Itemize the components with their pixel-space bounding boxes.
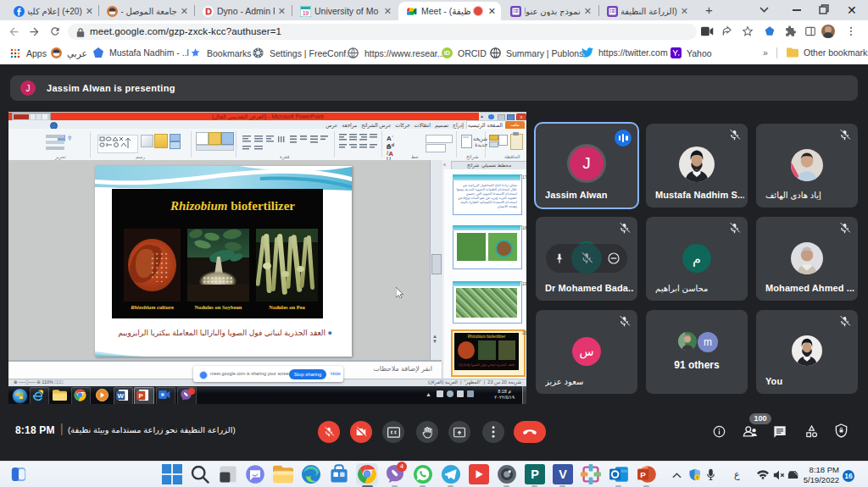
svg-text:V: V [559, 468, 567, 481]
svg-text:19: 19 [303, 9, 309, 15]
svg-text:P: P [531, 468, 539, 481]
svg-text:W: W [117, 392, 124, 400]
svg-text:ب: ب [253, 470, 259, 478]
svg-text:!: ! [697, 475, 698, 480]
svg-text:P: P [640, 470, 646, 479]
svg-text:P: P [139, 392, 144, 400]
svg-text:iD: iD [444, 49, 450, 57]
